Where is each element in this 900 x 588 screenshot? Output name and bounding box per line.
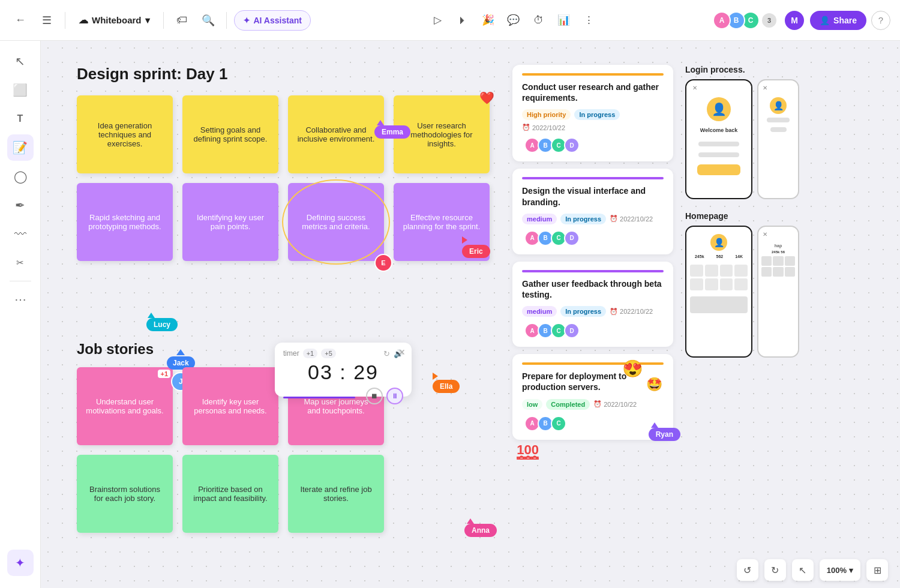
title-dropdown-icon: ▾ xyxy=(145,15,150,26)
status-badge-1: In progress xyxy=(574,109,620,120)
highlighter-tool[interactable]: 〰 xyxy=(7,221,34,247)
status-badge-2: In progress xyxy=(560,214,606,224)
lucy-label: Lucy xyxy=(146,318,178,331)
priority-badge-3: medium xyxy=(522,306,557,317)
sticky-tool[interactable]: 📝 xyxy=(7,134,34,161)
ai-icon: ✦ xyxy=(243,16,250,25)
sticky-iterate[interactable]: Iterate and refine job stories. xyxy=(288,455,384,533)
search-button[interactable]: 🔍 xyxy=(197,10,219,31)
avatar-1: A xyxy=(713,11,731,29)
timer-pause-button[interactable]: ⏸ xyxy=(386,388,403,404)
menu-button[interactable]: ☰ xyxy=(36,10,58,31)
undo-button[interactable]: ↺ xyxy=(737,559,758,581)
card-avatar-1d: D xyxy=(564,137,580,153)
sticky-text: Prioritize based on impact and feasibili… xyxy=(191,485,270,503)
hp-sec-cell-1 xyxy=(761,256,772,266)
avatars-group: A B C 3 xyxy=(716,11,776,29)
back-button[interactable]: ← xyxy=(10,10,31,31)
minimap-button[interactable]: ⊞ xyxy=(866,559,888,581)
phone-close-x-2: ✕ xyxy=(763,85,767,91)
sprint-section: Design sprint: Day 1 Idea generation tec… xyxy=(77,65,521,271)
hp-sec-stat-1: 245k xyxy=(772,250,779,254)
login-phone-main[interactable]: ✕ 👤 Welcome back xyxy=(685,79,752,199)
sticky-rapid-sketching[interactable]: Rapid sketching and prototyping methods. xyxy=(77,183,173,261)
text-tool[interactable]: T xyxy=(7,106,34,132)
sticky-text: Understand user motivations and goals. xyxy=(85,397,164,415)
homepage-phone-main[interactable]: 👤 245k 562 14K xyxy=(685,226,752,358)
date-badge-3: ⏰ 2022/10/22 xyxy=(610,308,653,316)
hp-sec-cell-5 xyxy=(773,267,783,277)
my-avatar[interactable]: M xyxy=(784,10,805,31)
more-center-button[interactable]: ⋮ xyxy=(578,10,600,31)
hp-cell-2 xyxy=(705,265,718,277)
cursor-tool[interactable]: ↖ xyxy=(7,48,34,74)
connector-tool[interactable]: ✂ xyxy=(7,250,34,276)
shape-tool[interactable]: ◯ xyxy=(7,163,34,190)
toolbar-center: ▷ ⏵ 🎉 💬 ⏱ 📊 ⋮ xyxy=(316,10,712,31)
share-button[interactable]: 👤 Share xyxy=(810,11,866,30)
task-badges-4: low Completed ⏰ 2022/10/22 xyxy=(522,399,664,410)
sprint-row-1: Idea generation techniques and exercises… xyxy=(77,95,521,173)
hp-close: ✕ xyxy=(763,231,767,238)
sticky-effective-resource[interactable]: Effective resource planning for the spri… xyxy=(394,183,490,261)
redo-button[interactable]: ↻ xyxy=(764,559,786,581)
help-button[interactable]: ? xyxy=(871,11,890,30)
zoom-indicator[interactable]: 100% ▾ xyxy=(820,559,860,581)
sticky-idea-generation[interactable]: Idea generation techniques and exercises… xyxy=(77,95,173,173)
separator-1 xyxy=(65,12,65,29)
more-tools-button[interactable]: ⋯ xyxy=(7,286,34,313)
share-label: Share xyxy=(833,16,857,25)
sticky-brainstorm[interactable]: Brainstorm solutions for each job story. xyxy=(77,455,173,533)
timer-refresh-icon: ↻ xyxy=(383,349,390,358)
homepage-section: Homepage 👤 245k 562 14K xyxy=(685,211,894,358)
task-card-3: Gather user feedback through beta testin… xyxy=(512,262,673,347)
pointer-button[interactable]: ▷ xyxy=(427,10,449,31)
separator-3 xyxy=(226,12,227,29)
hp-avatar: 👤 xyxy=(710,234,727,251)
sticky-collaborative[interactable]: Collaborative and inclusive environment. xyxy=(288,95,384,173)
sticky-text: Idea generation techniques and exercises… xyxy=(85,121,164,148)
chat-button[interactable]: 💬 xyxy=(503,10,524,31)
card-avatars-4: A B C xyxy=(524,416,664,431)
ai-assistant-button[interactable]: ✦ AI Assistant xyxy=(234,10,311,31)
canvas: Design sprint: Day 1 Idea generation tec… xyxy=(41,41,900,588)
whiteboard-title[interactable]: ☁ Whiteboard ▾ xyxy=(73,11,156,29)
hp-cell-3 xyxy=(720,265,733,277)
score-badge: 100 xyxy=(517,442,539,460)
jack-arrow xyxy=(176,349,185,355)
sticky-text: Rapid sketching and prototyping methods. xyxy=(85,213,164,231)
sticky-understand-user[interactable]: Understand user motivations and goals. +… xyxy=(77,367,173,445)
pen-tool[interactable]: ✒ xyxy=(7,192,34,218)
present-button[interactable]: ⏵ xyxy=(452,10,474,31)
hp-cell-1 xyxy=(690,265,703,277)
task-title-3: Gather user feedback through beta testin… xyxy=(522,278,664,300)
login-button-block xyxy=(697,164,740,175)
timer-close-button[interactable]: ✕ xyxy=(398,347,406,357)
mockup-panel: Login process. ✕ 👤 Welcome back ✕ xyxy=(679,65,900,358)
task-accent-2 xyxy=(522,177,664,179)
timer-widget: ✕ timer +1 +5 ↻ 🔊 03 : 29 ⏹ ⏸ xyxy=(275,343,412,397)
sticky-text: Brainstorm solutions for each job story. xyxy=(85,485,164,503)
timer-stop-button[interactable]: ⏹ xyxy=(366,388,383,404)
sticky-user-research[interactable]: User research methodologies for insights… xyxy=(394,95,490,173)
zoom-value: 100% xyxy=(827,566,847,575)
tag-button[interactable]: 🏷 xyxy=(171,10,193,31)
chart-button[interactable]: 📊 xyxy=(553,10,575,31)
clock-icon: ⏰ xyxy=(522,124,530,131)
timer-button[interactable]: ⏱ xyxy=(528,10,550,31)
zoom-dropdown-icon: ▾ xyxy=(849,566,853,575)
hp-cell-7 xyxy=(720,278,733,290)
ai-sidebar-button[interactable]: ✦ xyxy=(7,550,34,576)
sticky-text: Collaborative and inclusive environment. xyxy=(296,125,376,143)
login-avatar-icon: 👤 xyxy=(707,97,731,121)
sticky-identify-personas[interactable]: Identify key user personas and needs. xyxy=(182,367,278,445)
frame-tool[interactable]: ⬜ xyxy=(7,77,34,103)
sticky-setting-goals[interactable]: Setting goals and defining sprint scope. xyxy=(182,95,278,173)
confetti-button[interactable]: 🎉 xyxy=(478,10,499,31)
phone-close-x: ✕ xyxy=(692,85,697,91)
sticky-identifying-pain[interactable]: Identifying key user pain points. xyxy=(182,183,278,261)
cursor-mode-button[interactable]: ↖ xyxy=(792,559,814,581)
sticky-text: Effective resource planning for the spri… xyxy=(402,213,481,231)
sticky-defining-success[interactable]: Defining success metrics and criteria. E xyxy=(288,183,384,261)
sticky-prioritize[interactable]: Prioritize based on impact and feasibili… xyxy=(182,455,278,533)
